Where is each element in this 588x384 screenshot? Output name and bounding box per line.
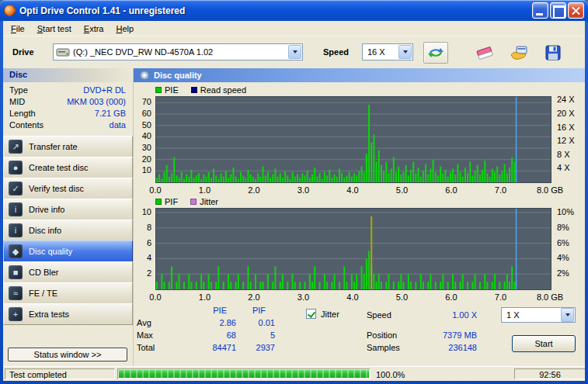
scan-speed-value: 1 X	[506, 310, 561, 320]
eraser-icon	[475, 44, 495, 61]
y-axis-label: 6	[147, 238, 151, 247]
sidebar-item-label: Create test disc	[29, 163, 88, 172]
legend-item-pif: PIF	[155, 197, 178, 206]
chevron-down-icon	[565, 313, 570, 317]
sidebar-item-verify-test-disc[interactable]: ✓ Verify test disc	[3, 178, 133, 199]
info-row-contents: Contents data	[3, 119, 132, 131]
sidebar-item-transfer-rate[interactable]: ↗ Transfer rate	[3, 136, 133, 157]
sidebar-item-extra-tests[interactable]: + Extra tests	[3, 303, 133, 325]
drive-toolbar: Drive (Q:) _NEC DVD_RW ND-4570A 1.02 Spe…	[3, 37, 585, 68]
sidebar-item-cd-bler[interactable]: ■ CD Bler	[3, 261, 133, 283]
jitter-checkbox[interactable]	[306, 309, 316, 319]
pif-column-header: PIF	[238, 306, 277, 318]
disc-quality-icon: ◆	[9, 244, 23, 258]
create-test-disc-icon: ●	[9, 161, 23, 175]
menu-help[interactable]: Help	[110, 22, 140, 36]
readout-value: 236148	[448, 343, 477, 352]
y-axis-label: 30	[142, 143, 151, 152]
avg-pie-value: 2.86	[174, 318, 238, 330]
x-axis-label: 4.0	[346, 185, 358, 195]
readout-speed: Speed 1.00 X	[367, 310, 477, 323]
start-button[interactable]: Start	[512, 335, 576, 352]
right-axis-label: 4 X	[557, 163, 570, 172]
menu-start-test[interactable]: Start test	[31, 22, 78, 36]
sidebar-item-fe-te[interactable]: ≈ FE / TE	[3, 282, 133, 304]
progress-fill	[119, 370, 369, 378]
pie-swatch-icon	[155, 87, 162, 93]
y-axis-label: 20	[142, 154, 151, 164]
info-row-type: Type DVD+R DL	[3, 85, 132, 96]
readout-value: 7379 MB	[443, 330, 477, 340]
legend-item-jitter: Jitter	[190, 197, 218, 206]
register-button[interactable]	[506, 42, 531, 64]
results-table: PIE PIF Avg 2.86 0.01 Max 68 5 Total	[137, 306, 277, 355]
menu-file[interactable]: File	[5, 22, 31, 36]
sidebar-item-create-test-disc[interactable]: ● Create test disc	[3, 157, 133, 178]
drive-select[interactable]: (Q:) _NEC DVD_RW ND-4570A 1.02	[53, 43, 303, 61]
right-axis-label: 12 X	[557, 136, 575, 145]
sidebar-item-drive-info[interactable]: i Drive info	[3, 199, 133, 220]
maximize-icon[interactable]	[550, 2, 566, 19]
read-speed-swatch-icon	[191, 87, 197, 93]
x-axis-label: 6.0	[445, 292, 457, 302]
sidebar-item-label: Extra tests	[29, 310, 69, 319]
max-pif-value: 5	[238, 330, 277, 343]
main-panel: Disc quality PIE Read speed 102030405060…	[134, 68, 585, 366]
y-axis-label: 2	[147, 268, 151, 278]
info-value: MKM 003 (000)	[67, 97, 126, 106]
right-axis-label: 6%	[557, 238, 569, 247]
sidebar-item-disc-info[interactable]: i Disc info	[3, 220, 133, 241]
drive-select-arrow[interactable]	[288, 45, 301, 59]
close-icon[interactable]	[568, 2, 584, 19]
scan-speed-select[interactable]: 1 X	[501, 307, 576, 323]
status-message: Test completed	[5, 368, 115, 379]
refresh-icon	[427, 45, 444, 61]
speed-select-value: 16 X	[367, 47, 398, 57]
x-axis-label: 0.0	[149, 292, 161, 302]
results-header-row: PIE PIF	[137, 306, 277, 318]
sidebar-item-disc-quality[interactable]: ◆ Disc quality	[3, 240, 133, 262]
right-axis-label: 20 X	[557, 109, 575, 118]
sidebar-item-label: CD Bler	[29, 268, 59, 277]
row-label: Total	[137, 343, 174, 355]
x-axis-label: 6.0	[445, 185, 457, 195]
speed-select-arrow[interactable]	[398, 45, 412, 59]
x-axis-label: 5.0	[396, 292, 408, 302]
disc-info-panel: Type DVD+R DL MID MKM 003 (000) Length 7…	[3, 85, 132, 131]
chevron-down-icon	[403, 50, 408, 54]
scan-speed-arrow[interactable]	[561, 308, 574, 322]
legend-item-read-speed: Read speed	[191, 85, 246, 95]
y-axis-label: 10	[142, 165, 151, 175]
drive-info-icon: i	[9, 202, 23, 216]
refresh-button[interactable]	[423, 42, 448, 64]
x-axis-label: 1.0	[199, 185, 210, 195]
info-value: 7.21 GB	[95, 109, 126, 118]
minimize-icon[interactable]	[532, 2, 548, 19]
results-corner	[137, 306, 174, 318]
drive-icon	[56, 47, 70, 57]
app-body: File Start test Extra Help Drive (Q:) _N…	[3, 21, 585, 381]
pif-chart-plot	[155, 208, 551, 290]
sidebar: Disc Type DVD+R DL MID MKM 003 (000) Len…	[3, 68, 134, 366]
save-button[interactable]	[541, 42, 565, 64]
info-row-length: Length 7.21 GB	[3, 108, 132, 119]
menu-extra[interactable]: Extra	[78, 22, 110, 36]
app-icon	[4, 5, 16, 16]
status-window-button[interactable]: Status window >>	[8, 348, 127, 362]
jitter-swatch-icon	[190, 199, 197, 205]
bottom-chart-x-axis: 0.01.02.03.04.05.06.07.08.0 GB	[155, 292, 579, 302]
sidebar-item-label: FE / TE	[29, 289, 57, 298]
y-axis-label: 8	[147, 223, 151, 232]
erase-disc-button[interactable]	[472, 42, 497, 64]
y-axis-label: 70	[142, 97, 151, 106]
sidebar-item-label: Drive info	[29, 205, 64, 214]
speed-select[interactable]: 16 X	[362, 43, 413, 61]
chevron-down-icon	[293, 50, 297, 54]
page-title: Disc quality	[154, 71, 202, 80]
right-axis-label: 24 X	[557, 95, 575, 104]
scan-readout: Speed 1.00 X Position 7379 MB Samples 23…	[367, 310, 477, 355]
drive-select-value: (Q:) _NEC DVD_RW ND-4570A 1.02	[73, 47, 285, 57]
transfer-rate-icon: ↗	[9, 140, 23, 154]
pif-swatch-icon	[155, 199, 162, 205]
hand-card-icon	[509, 44, 529, 61]
